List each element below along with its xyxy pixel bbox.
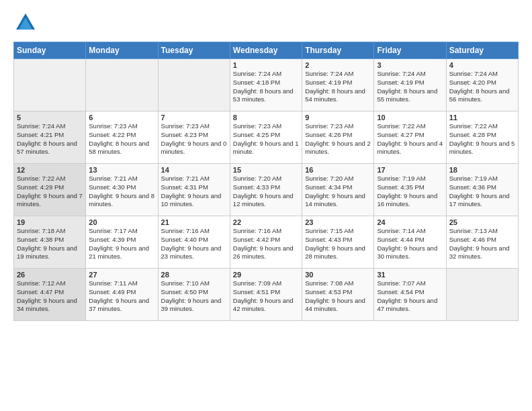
day-cell: 6Sunrise: 7:23 AM Sunset: 4:22 PM Daylig… bbox=[86, 111, 158, 164]
day-cell: 25Sunrise: 7:13 AM Sunset: 4:46 PM Dayli… bbox=[446, 216, 518, 269]
col-header-tuesday: Tuesday bbox=[158, 42, 230, 59]
day-cell: 15Sunrise: 7:20 AM Sunset: 4:33 PM Dayli… bbox=[230, 164, 302, 216]
day-number: 23 bbox=[305, 218, 371, 226]
day-cell: 9Sunrise: 7:23 AM Sunset: 4:26 PM Daylig… bbox=[302, 111, 374, 164]
day-info: Sunrise: 7:17 AM Sunset: 4:39 PM Dayligh… bbox=[89, 227, 154, 261]
day-number: 21 bbox=[161, 218, 227, 226]
day-info: Sunrise: 7:23 AM Sunset: 4:26 PM Dayligh… bbox=[305, 122, 371, 156]
day-number: 14 bbox=[161, 166, 227, 174]
day-number: 20 bbox=[89, 218, 154, 226]
day-info: Sunrise: 7:12 AM Sunset: 4:47 PM Dayligh… bbox=[17, 279, 83, 314]
day-info: Sunrise: 7:22 AM Sunset: 4:29 PM Dayligh… bbox=[17, 175, 83, 209]
day-cell: 23Sunrise: 7:15 AM Sunset: 4:43 PM Dayli… bbox=[302, 216, 374, 269]
day-number: 8 bbox=[233, 113, 299, 122]
col-header-friday: Friday bbox=[374, 42, 446, 59]
day-info: Sunrise: 7:24 AM Sunset: 4:20 PM Dayligh… bbox=[449, 70, 515, 104]
day-info: Sunrise: 7:16 AM Sunset: 4:40 PM Dayligh… bbox=[161, 227, 227, 261]
day-number: 17 bbox=[377, 166, 443, 174]
day-info: Sunrise: 7:21 AM Sunset: 4:30 PM Dayligh… bbox=[89, 175, 154, 209]
day-cell: 2Sunrise: 7:24 AM Sunset: 4:19 PM Daylig… bbox=[302, 59, 374, 111]
day-info: Sunrise: 7:20 AM Sunset: 4:34 PM Dayligh… bbox=[305, 175, 371, 209]
day-cell: 19Sunrise: 7:18 AM Sunset: 4:38 PM Dayli… bbox=[14, 216, 86, 269]
week-row-2: 5Sunrise: 7:24 AM Sunset: 4:21 PM Daylig… bbox=[14, 111, 519, 164]
day-number: 27 bbox=[89, 271, 154, 279]
day-cell bbox=[158, 59, 230, 111]
day-cell: 20Sunrise: 7:17 AM Sunset: 4:39 PM Dayli… bbox=[86, 216, 158, 269]
day-info: Sunrise: 7:09 AM Sunset: 4:51 PM Dayligh… bbox=[233, 279, 299, 314]
day-number: 25 bbox=[449, 218, 515, 226]
day-number: 9 bbox=[305, 113, 371, 122]
day-cell: 21Sunrise: 7:16 AM Sunset: 4:40 PM Dayli… bbox=[158, 216, 230, 269]
day-number: 18 bbox=[449, 166, 515, 174]
day-info: Sunrise: 7:24 AM Sunset: 4:19 PM Dayligh… bbox=[305, 70, 371, 104]
col-header-wednesday: Wednesday bbox=[230, 42, 302, 59]
day-info: Sunrise: 7:19 AM Sunset: 4:36 PM Dayligh… bbox=[449, 175, 515, 209]
day-number: 10 bbox=[377, 113, 443, 122]
day-number: 30 bbox=[305, 271, 371, 279]
day-info: Sunrise: 7:19 AM Sunset: 4:35 PM Dayligh… bbox=[377, 175, 443, 209]
day-info: Sunrise: 7:10 AM Sunset: 4:50 PM Dayligh… bbox=[161, 279, 227, 314]
day-info: Sunrise: 7:08 AM Sunset: 4:53 PM Dayligh… bbox=[305, 279, 371, 314]
day-number: 29 bbox=[233, 271, 299, 279]
day-info: Sunrise: 7:24 AM Sunset: 4:18 PM Dayligh… bbox=[233, 70, 299, 104]
day-cell: 1Sunrise: 7:24 AM Sunset: 4:18 PM Daylig… bbox=[230, 59, 302, 111]
day-number: 2 bbox=[305, 61, 371, 69]
header-row: SundayMondayTuesdayWednesdayThursdayFrid… bbox=[14, 42, 519, 59]
day-info: Sunrise: 7:13 AM Sunset: 4:46 PM Dayligh… bbox=[449, 227, 515, 261]
day-cell: 13Sunrise: 7:21 AM Sunset: 4:30 PM Dayli… bbox=[86, 164, 158, 216]
day-cell: 30Sunrise: 7:08 AM Sunset: 4:53 PM Dayli… bbox=[302, 269, 374, 321]
day-info: Sunrise: 7:18 AM Sunset: 4:38 PM Dayligh… bbox=[17, 227, 83, 261]
day-info: Sunrise: 7:22 AM Sunset: 4:27 PM Dayligh… bbox=[377, 122, 443, 156]
col-header-sunday: Sunday bbox=[14, 42, 86, 59]
day-cell: 4Sunrise: 7:24 AM Sunset: 4:20 PM Daylig… bbox=[446, 59, 518, 111]
day-number: 3 bbox=[377, 61, 443, 69]
day-cell: 17Sunrise: 7:19 AM Sunset: 4:35 PM Dayli… bbox=[374, 164, 446, 216]
day-info: Sunrise: 7:14 AM Sunset: 4:44 PM Dayligh… bbox=[377, 227, 443, 261]
page: SundayMondayTuesdayWednesdayThursdayFrid… bbox=[0, 0, 532, 411]
day-info: Sunrise: 7:23 AM Sunset: 4:23 PM Dayligh… bbox=[161, 122, 227, 156]
day-info: Sunrise: 7:20 AM Sunset: 4:33 PM Dayligh… bbox=[233, 175, 299, 209]
day-number: 16 bbox=[305, 166, 371, 174]
day-number: 11 bbox=[449, 113, 515, 122]
day-info: Sunrise: 7:11 AM Sunset: 4:49 PM Dayligh… bbox=[89, 279, 154, 314]
day-cell bbox=[86, 59, 158, 111]
day-number: 5 bbox=[17, 113, 83, 122]
day-info: Sunrise: 7:23 AM Sunset: 4:25 PM Dayligh… bbox=[233, 122, 299, 156]
day-info: Sunrise: 7:23 AM Sunset: 4:22 PM Dayligh… bbox=[89, 122, 154, 156]
day-cell: 29Sunrise: 7:09 AM Sunset: 4:51 PM Dayli… bbox=[230, 269, 302, 321]
day-number: 12 bbox=[17, 166, 83, 174]
day-cell: 10Sunrise: 7:22 AM Sunset: 4:27 PM Dayli… bbox=[374, 111, 446, 164]
day-number: 22 bbox=[233, 218, 299, 226]
day-number: 7 bbox=[161, 113, 227, 122]
col-header-monday: Monday bbox=[86, 42, 158, 59]
week-row-5: 26Sunrise: 7:12 AM Sunset: 4:47 PM Dayli… bbox=[14, 269, 519, 321]
header bbox=[13, 11, 519, 35]
day-cell: 16Sunrise: 7:20 AM Sunset: 4:34 PM Dayli… bbox=[302, 164, 374, 216]
day-cell: 24Sunrise: 7:14 AM Sunset: 4:44 PM Dayli… bbox=[374, 216, 446, 269]
calendar-table: SundayMondayTuesdayWednesdayThursdayFrid… bbox=[13, 42, 519, 321]
day-cell: 11Sunrise: 7:22 AM Sunset: 4:28 PM Dayli… bbox=[446, 111, 518, 164]
day-number: 31 bbox=[377, 271, 443, 279]
week-row-3: 12Sunrise: 7:22 AM Sunset: 4:29 PM Dayli… bbox=[14, 164, 519, 216]
day-cell: 8Sunrise: 7:23 AM Sunset: 4:25 PM Daylig… bbox=[230, 111, 302, 164]
day-cell: 7Sunrise: 7:23 AM Sunset: 4:23 PM Daylig… bbox=[158, 111, 230, 164]
day-info: Sunrise: 7:15 AM Sunset: 4:43 PM Dayligh… bbox=[305, 227, 371, 261]
day-cell bbox=[446, 269, 518, 321]
day-number: 4 bbox=[449, 61, 515, 69]
logo-icon bbox=[13, 11, 38, 35]
col-header-thursday: Thursday bbox=[302, 42, 374, 59]
day-info: Sunrise: 7:22 AM Sunset: 4:28 PM Dayligh… bbox=[449, 122, 515, 156]
day-cell: 26Sunrise: 7:12 AM Sunset: 4:47 PM Dayli… bbox=[14, 269, 86, 321]
week-row-1: 1Sunrise: 7:24 AM Sunset: 4:18 PM Daylig… bbox=[14, 59, 519, 111]
day-number: 24 bbox=[377, 218, 443, 226]
day-number: 15 bbox=[233, 166, 299, 174]
day-cell bbox=[14, 59, 86, 111]
day-info: Sunrise: 7:16 AM Sunset: 4:42 PM Dayligh… bbox=[233, 227, 299, 261]
day-cell: 5Sunrise: 7:24 AM Sunset: 4:21 PM Daylig… bbox=[14, 111, 86, 164]
day-info: Sunrise: 7:07 AM Sunset: 4:54 PM Dayligh… bbox=[377, 279, 443, 314]
day-number: 6 bbox=[89, 113, 154, 122]
day-cell: 3Sunrise: 7:24 AM Sunset: 4:19 PM Daylig… bbox=[374, 59, 446, 111]
day-number: 13 bbox=[89, 166, 154, 174]
day-cell: 22Sunrise: 7:16 AM Sunset: 4:42 PM Dayli… bbox=[230, 216, 302, 269]
day-cell: 18Sunrise: 7:19 AM Sunset: 4:36 PM Dayli… bbox=[446, 164, 518, 216]
